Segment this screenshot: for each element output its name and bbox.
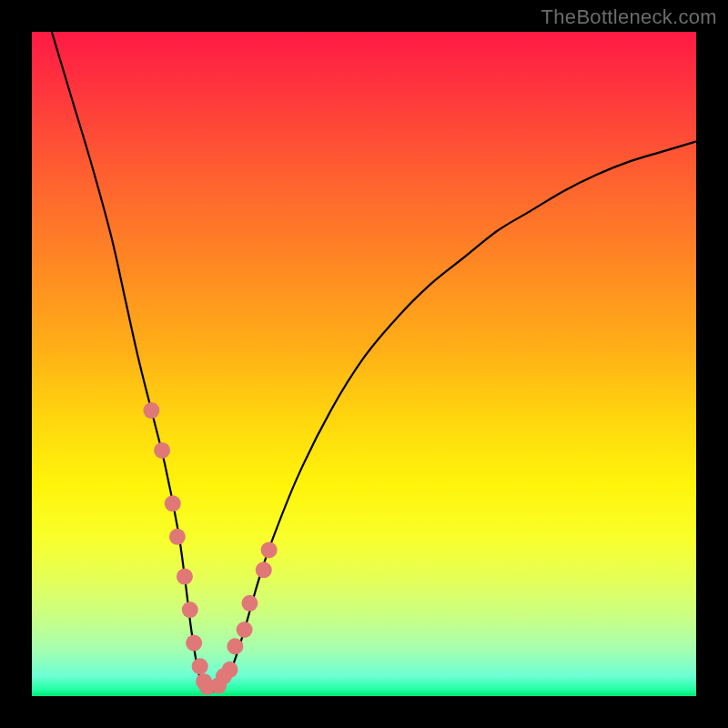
scatter-point [227,638,243,654]
scatter-point [143,402,159,419]
scatter-point [177,569,193,585]
scatter-markers [143,402,277,695]
chart-frame: TheBottleneck.com [0,0,728,728]
bottleneck-curve [52,32,696,692]
scatter-point [165,495,181,511]
scatter-point [241,595,258,612]
plot-area [32,32,696,696]
scatter-point [222,662,238,678]
scatter-point [261,541,278,558]
scatter-point [154,442,170,459]
scatter-point [237,622,253,638]
watermark-text: TheBottleneck.com [541,5,717,29]
chart-svg [32,32,696,696]
scatter-point [186,635,202,652]
scatter-point [192,658,208,674]
scatter-point [256,561,272,578]
scatter-point [182,602,198,618]
scatter-point [169,529,186,545]
